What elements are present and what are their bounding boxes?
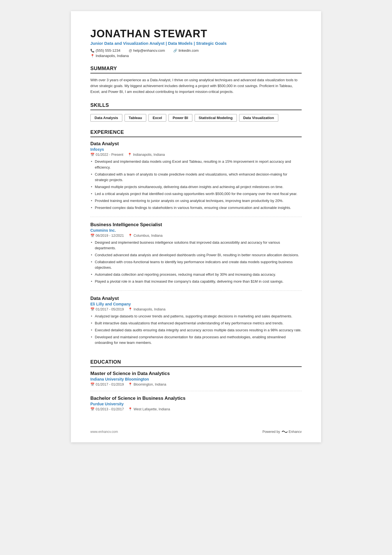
school-name: Indiana University Bloomington <box>90 377 302 381</box>
bullet-item: Automated data collection and reporting … <box>90 272 302 277</box>
bullet-item: Led a critical analysis project that ide… <box>90 191 302 197</box>
bullet-list: Analyzed large datasets to uncover trend… <box>90 314 302 346</box>
location-icon: 📍 <box>90 54 95 58</box>
edu-location-text: Bloomington, Indiana <box>133 383 166 386</box>
location-pin-icon: 📍 <box>128 234 132 238</box>
summary-section: SUMMARY With over 3 years of experience … <box>90 66 302 95</box>
company-name: Eli Lilly and Company <box>90 302 302 306</box>
location-pin-icon: 📍 <box>128 407 132 411</box>
contact-row-2: 📍 Indianapolis, Indiana <box>90 54 302 58</box>
bullet-item: Analyzed large datasets to uncover trend… <box>90 314 302 319</box>
skill-tag: Tableau <box>125 114 146 122</box>
bullet-item: Managed multiple projects simultaneously… <box>90 184 302 190</box>
edu-meta: 📅 01/2017 - 01/2019 📍 Bloomington, India… <box>90 383 302 386</box>
exp-meta: 📅 01/2022 - Present 📍 Indianapolis, Indi… <box>90 153 302 157</box>
location-pin-icon: 📍 <box>128 153 132 157</box>
location-pin-icon: 📍 <box>128 383 132 386</box>
email-icon: @ <box>129 49 132 53</box>
experience-entry: Data Analyst Eli Lilly and Company 📅 01/… <box>90 296 302 352</box>
exp-location: 📍 Columbus, Indiana <box>128 234 162 238</box>
location-contact: 📍 Indianapolis, Indiana <box>90 54 129 58</box>
edu-date-range: 01/2013 - 01/2017 <box>96 407 124 411</box>
company-name: Cummins Inc. <box>90 228 302 233</box>
exp-dates: 📅 01/2017 - 05/2019 <box>90 307 124 311</box>
bullet-item: Provided training and mentoring to junio… <box>90 198 302 204</box>
bullet-list: Developed and implemented data models us… <box>90 159 302 211</box>
company-name: Infosys <box>90 147 302 152</box>
bullet-item: Presented complex data findings to stake… <box>90 205 302 211</box>
education-section: EDUCATION Master of Science in Data Anal… <box>90 359 302 416</box>
skill-tag: Data Visualization <box>239 114 278 122</box>
degree-title: Bachelor of Science in Business Analytic… <box>90 396 302 401</box>
phone-contact: 📞 (555) 555-1234 <box>90 48 120 53</box>
skills-section: SKILLS Data AnalysisTableauExcelPower BI… <box>90 102 302 122</box>
summary-title: SUMMARY <box>90 66 302 73</box>
date-range: 01/2022 - Present <box>96 153 123 157</box>
footer-brand: Powered by Enhancv <box>262 430 302 434</box>
linkedin-url: linkedin.com <box>178 48 199 53</box>
phone-icon: 📞 <box>90 49 95 53</box>
job-title: Business Intelligence Specialist <box>90 222 302 228</box>
bullet-item: Conducted advanced data analysis and dev… <box>90 252 302 258</box>
bullet-item: Built interactive data visualizations th… <box>90 320 302 326</box>
skill-tag: Statistical Modeling <box>195 114 237 122</box>
calendar-icon: 📅 <box>90 234 95 238</box>
bullet-item: Executed detailed data audits ensuring d… <box>90 327 302 333</box>
skill-tag: Excel <box>148 114 166 122</box>
bullet-item: Designed and implemented business intell… <box>90 240 302 251</box>
education-entry: Bachelor of Science in Business Analytic… <box>90 396 302 416</box>
bullet-item: Collaborated with a team of analysts to … <box>90 172 302 183</box>
exp-dates: 📅 01/2022 - Present <box>90 153 123 157</box>
edu-location-text: West Lafayette, Indiana <box>133 407 170 411</box>
bullet-list: Designed and implemented business intell… <box>90 240 302 285</box>
skill-tag: Data Analysis <box>90 114 122 122</box>
edu-dates: 📅 01/2017 - 01/2019 <box>90 383 124 386</box>
job-title: Data Analyst <box>90 141 302 147</box>
candidate-title: Junior Data and Visualization Analyst | … <box>90 41 302 46</box>
job-title: Data Analyst <box>90 296 302 301</box>
date-range: 01/2017 - 05/2019 <box>96 307 124 311</box>
email-address: help@enhancv.com <box>133 48 165 53</box>
enhancv-brand-name: Enhancv <box>289 430 302 434</box>
edu-meta: 📅 01/2013 - 01/2017 📍 West Lafayette, In… <box>90 407 302 411</box>
degree-title: Master of Science in Data Analytics <box>90 371 302 376</box>
calendar-icon: 📅 <box>90 407 95 411</box>
exp-location: 📍 Indianapolis, Indiana <box>128 307 165 311</box>
location-text: Indianapolis, Indiana <box>96 54 129 58</box>
location-text: Indianapolis, Indiana <box>133 307 165 311</box>
calendar-icon: 📅 <box>90 153 95 157</box>
linkedin-contact: 🔗 linkedin.com <box>173 48 199 53</box>
education-title: EDUCATION <box>90 359 302 367</box>
bullet-item: Collaborated with cross-functional teams… <box>90 259 302 270</box>
experience-entry: Business Intelligence Specialist Cummins… <box>90 222 302 291</box>
date-range: 06/2019 - 12/2021 <box>96 234 124 238</box>
header: JONATHAN STEWART Junior Data and Visuali… <box>90 28 302 58</box>
education-entry: Master of Science in Data Analytics Indi… <box>90 371 302 391</box>
location-text: Columbus, Indiana <box>133 234 162 238</box>
resume-page: JONATHAN STEWART Junior Data and Visuali… <box>71 11 321 442</box>
summary-text: With over 3 years of experience as a Dat… <box>90 77 302 95</box>
edu-dates: 📅 01/2013 - 01/2017 <box>90 407 124 411</box>
exp-meta: 📅 01/2017 - 05/2019 📍 Indianapolis, Indi… <box>90 307 302 311</box>
enhancv-logo: Enhancv <box>282 430 302 434</box>
exp-meta: 📅 06/2019 - 12/2021 📍 Columbus, Indiana <box>90 234 302 238</box>
footer-website: www.enhancv.com <box>90 430 118 434</box>
school-name: Purdue University <box>90 402 302 406</box>
exp-dates: 📅 06/2019 - 12/2021 <box>90 234 124 238</box>
bullet-item: Developed and implemented data models us… <box>90 159 302 170</box>
phone-number: (555) 555-1234 <box>96 48 120 53</box>
contact-row-1: 📞 (555) 555-1234 @ help@enhancv.com 🔗 li… <box>90 48 302 53</box>
location-pin-icon: 📍 <box>128 307 132 311</box>
enhancv-logo-svg <box>282 430 288 434</box>
skills-list: Data AnalysisTableauExcelPower BIStatist… <box>90 114 302 122</box>
calendar-icon: 📅 <box>90 383 95 386</box>
email-contact: @ help@enhancv.com <box>129 48 165 53</box>
education-entries: Master of Science in Data Analytics Indi… <box>90 371 302 416</box>
calendar-icon: 📅 <box>90 307 95 311</box>
candidate-name: JONATHAN STEWART <box>90 28 302 40</box>
experience-entries: Data Analyst Infosys 📅 01/2022 - Present… <box>90 141 302 351</box>
edu-location: 📍 West Lafayette, Indiana <box>128 407 170 411</box>
experience-title: EXPERIENCE <box>90 129 302 137</box>
experience-entry: Data Analyst Infosys 📅 01/2022 - Present… <box>90 141 302 217</box>
skill-tag: Power BI <box>168 114 192 122</box>
